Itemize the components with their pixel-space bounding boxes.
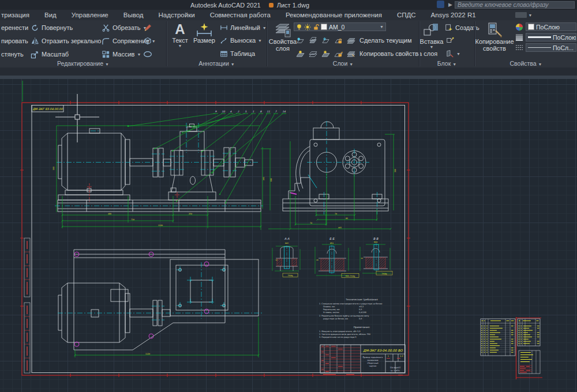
- trim-scissors-icon: [102, 24, 110, 32]
- svg-text:390: 390: [394, 169, 396, 172]
- chevron-down-icon: ▼: [456, 52, 460, 56]
- svg-text:480: 480: [108, 213, 111, 215]
- layer-unisolate-icon[interactable]: [309, 37, 317, 44]
- layer-unlock-icon[interactable]: [334, 50, 343, 58]
- object-color-dropdown[interactable]: ПоСлою: [526, 22, 576, 31]
- svg-text:ДМ-ЭКГ 83-04.00.00 ВО: ДМ-ЭКГ 83-04.00.00 ВО: [363, 349, 403, 352]
- stretch-button[interactable]: стянуть: [1, 49, 24, 59]
- chevron-down-icon: ▼: [137, 52, 141, 56]
- svg-text:12: 12: [275, 259, 278, 261]
- svg-text:Б-Б: Б-Б: [329, 237, 335, 240]
- panel-label-layers[interactable]: Слои ▼: [267, 60, 419, 67]
- ribbon-gap: [0, 67, 577, 76]
- menu-item-featured-apps[interactable]: Рекомендованные приложения: [278, 12, 389, 18]
- front-view-outline: [58, 124, 261, 212]
- offset-button[interactable]: [143, 49, 152, 59]
- svg-text:гр. З-4Е51: гр. З-4Е51: [391, 370, 400, 372]
- document-title: Лист 1.dwg: [277, 2, 309, 9]
- layer-stack-icon[interactable]: [347, 37, 355, 44]
- svg-text:Привод подъёмного: Привод подъёмного: [362, 356, 383, 359]
- layer-on-icon[interactable]: [296, 50, 305, 58]
- array-button[interactable]: Массив▼: [102, 49, 141, 59]
- chevron-down-icon: ▼: [178, 44, 182, 48]
- svg-text:1. Смещение валов электродвига: 1. Смещение валов электродвигателя и ред…: [319, 303, 383, 305]
- window-title: Autodesk AutoCAD 2021 Лист 1.dwg: [190, 1, 309, 9]
- left-margin-stamps: [24, 238, 30, 373]
- panel-label-edit[interactable]: Редактирование ▼: [0, 60, 166, 67]
- svg-text:1: 1: [253, 110, 254, 113]
- linetype-sample: [528, 47, 551, 48]
- scale-button[interactable]: Масштаб: [31, 49, 69, 59]
- layer-isolate-icon[interactable]: [296, 37, 305, 44]
- panel-layers: Свойстваслоя AM_0 ▼ Сделать текущим: [267, 20, 419, 67]
- edit-block-button[interactable]: [446, 35, 454, 46]
- panel-properties: Копированиесвойств ПоСлою ПоСлою ПоСл...…: [475, 20, 577, 67]
- move-button[interactable]: еренести: [1, 22, 28, 33]
- trim-button[interactable]: Обрезать▼: [102, 22, 147, 33]
- linetype-dropdown[interactable]: ПоСл...: [526, 43, 576, 52]
- chevron-down-icon: ▼: [529, 13, 533, 17]
- panel-label-annotate[interactable]: Аннотации ▼: [167, 60, 267, 67]
- copy-button[interactable]: пировать: [1, 36, 28, 46]
- menu-item-spds[interactable]: СПДС: [389, 12, 424, 18]
- svg-text:Радиальное, мм: Радиальное, мм: [323, 308, 340, 311]
- leader-button[interactable]: Выноска▼: [220, 35, 262, 46]
- explode-button[interactable]: [143, 36, 152, 46]
- model-space-canvas[interactable]: 9104251811714ДМ-ЭКГ 83-04.00.00ДМ-ЭКГ 83…: [0, 79, 577, 392]
- search-arrow-icon: ▶: [448, 2, 452, 7]
- svg-text:Технические требования: Технические требования: [345, 298, 378, 301]
- block-edit-icon: [446, 36, 454, 44]
- dimension-button[interactable]: Размер: [192, 22, 216, 44]
- lineweight-dropdown[interactable]: ПоСлою: [526, 33, 576, 42]
- current-layer-name: AM_0: [329, 24, 344, 31]
- erase-button[interactable]: [143, 22, 152, 33]
- layer-thaw-icon[interactable]: [321, 50, 330, 58]
- block-attrib-icon: [446, 50, 454, 58]
- match-properties-icon: [486, 22, 503, 38]
- menu-item-ansys[interactable]: Ansys 2022 R1: [424, 12, 484, 18]
- layer-off-icon[interactable]: [309, 50, 317, 58]
- chevron-down-icon: ▼: [258, 39, 262, 43]
- insert-block-button[interactable]: Вставка▼: [420, 22, 443, 49]
- layer-properties-button[interactable]: Свойстваслоя: [269, 22, 296, 52]
- plan-view-outline: [58, 250, 258, 350]
- rotate-button[interactable]: Повернуть: [31, 22, 73, 33]
- menu-item-addins[interactable]: Надстройки: [151, 12, 203, 18]
- panel-label-block[interactable]: Блок ▼: [419, 60, 474, 67]
- menu-item-parametrization[interactable]: тризация: [0, 12, 37, 18]
- end-view-outline: [283, 122, 388, 211]
- linear-dim-button[interactable]: Линейный▼: [220, 22, 267, 33]
- svg-text:3. Передаточное число редуктор: 3. Передаточное число редуктора 5: [319, 336, 357, 338]
- svg-text:560: 560: [53, 167, 55, 170]
- layer-dropdown[interactable]: AM_0 ▼: [294, 22, 386, 31]
- table-button[interactable]: Таблица: [220, 48, 255, 59]
- help-search-input[interactable]: Введите ключевое слово/фразу: [455, 1, 575, 9]
- menu-item-collaborate[interactable]: Совместная работа: [203, 12, 278, 18]
- svg-text:7: 7: [275, 110, 278, 113]
- panel-block: Вставка▼ Создать ▼ Блок ▼: [419, 20, 474, 67]
- scale-icon: [31, 50, 39, 59]
- array-icon: [102, 50, 110, 59]
- menu-bar: тризация Вид Управление Вывод Надстройки…: [0, 10, 577, 20]
- make-current-label[interactable]: Сделать текущим: [359, 37, 411, 44]
- ribbon-display-toggle[interactable]: ▼: [515, 12, 533, 18]
- layer-match-icon[interactable]: [347, 50, 355, 58]
- layer-tools-row1: Сделать текущим: [296, 35, 411, 46]
- layer-freeze-icon[interactable]: [321, 37, 330, 44]
- image-thumbnail-icon: [515, 12, 527, 18]
- match-properties-button[interactable]: Копированиесвойств: [476, 22, 513, 52]
- text-button[interactable]: A Текст▼: [170, 22, 190, 48]
- plan-view-holes: [74, 252, 209, 346]
- block-attributes-button[interactable]: ▼: [446, 48, 460, 59]
- account-badge[interactable]: [437, 1, 444, 8]
- plan-view-dimension: [74, 317, 260, 357]
- ellipse-icon: [143, 50, 152, 59]
- layer-lock-icon[interactable]: [334, 37, 343, 44]
- svg-text:Ø48: Ø48: [374, 241, 377, 243]
- panel-label-properties[interactable]: Свойства ▼: [475, 60, 577, 67]
- crosshair-cursor: [55, 94, 99, 142]
- menu-item-manage[interactable]: Управление: [64, 12, 116, 18]
- mirror-button[interactable]: Отразить зеркально: [31, 36, 101, 46]
- menu-item-output[interactable]: Вывод: [116, 12, 151, 18]
- menu-item-view[interactable]: Вид: [37, 12, 64, 18]
